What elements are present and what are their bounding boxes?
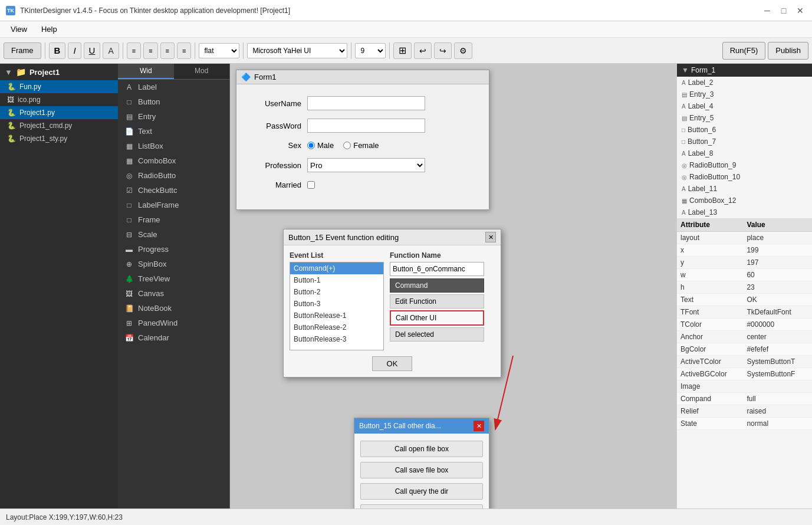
call-other-close-button[interactable]: ✕ — [474, 421, 484, 431]
file-item-project1-sty[interactable]: 🐍 Project1_sty.py — [0, 132, 118, 145]
profession-combo[interactable]: Pro — [307, 158, 425, 172]
tree-label2[interactable]: A Label_2 — [677, 77, 812, 88]
edit-function-btn[interactable]: Edit Function — [390, 294, 484, 309]
tree-label8[interactable]: A Label_8 — [677, 147, 812, 159]
canvas-area[interactable]: 🔷 Form1 UserName PassWord Sex — [230, 64, 676, 508]
widget-notebook[interactable]: 📔 NoteBook — [118, 301, 229, 316]
event-ok-button[interactable]: OK — [372, 356, 413, 371]
menu-help[interactable]: Help — [35, 24, 63, 35]
tree-button6[interactable]: □ Button_6 — [677, 124, 812, 136]
tab-wid[interactable]: Wid — [118, 64, 174, 79]
call-other-ui-btn[interactable]: Call Other UI — [390, 310, 484, 326]
undo-icon-button[interactable]: ↩ — [414, 42, 432, 59]
file-item-project1-cmd[interactable]: 🐍 Project1_cmd.py — [0, 119, 118, 132]
font-size-select[interactable]: 9 10 12 — [355, 43, 386, 58]
event-item-btnrelease1[interactable]: ButtonRelease-1 — [290, 310, 383, 321]
attr-text-value[interactable]: OK — [743, 294, 812, 306]
married-checkbox[interactable] — [307, 181, 315, 189]
event-dialog-close[interactable]: ✕ — [485, 232, 496, 242]
username-input[interactable] — [307, 96, 425, 110]
underline-button[interactable]: U — [84, 42, 101, 59]
widget-calendar[interactable]: 📅 Calendar — [118, 330, 229, 345]
event-item-button1[interactable]: Button-1 — [290, 274, 383, 286]
minimize-icon[interactable]: ─ — [761, 5, 773, 17]
widget-entry[interactable]: ▤ Entry — [118, 109, 229, 124]
widget-labelframe[interactable]: □ LabelFrame — [118, 198, 229, 212]
widget-button[interactable]: □ Button — [118, 94, 229, 109]
attr-tcolor-value[interactable]: #000000 — [743, 319, 812, 331]
attr-tfont-value[interactable]: TkDefaultFont — [743, 306, 812, 319]
del-selected-btn[interactable]: Del selected — [390, 327, 484, 342]
tree-label4[interactable]: A Label_4 — [677, 100, 812, 112]
event-item-btnrelease3[interactable]: ButtonRelease-3 — [290, 333, 383, 345]
widget-frame[interactable]: □ Frame — [118, 212, 229, 227]
relief-select[interactable]: flat raised sunken groove ridge — [199, 43, 239, 58]
grid-icon-button[interactable]: ⊞ — [393, 42, 412, 59]
tree-radio9[interactable]: ◎ RadioButton_9 — [677, 159, 812, 171]
tree-radio10[interactable]: ◎ RadioButton_10 — [677, 171, 812, 183]
widget-checkbutton[interactable]: ☑ CheckButtc — [118, 183, 229, 198]
widget-scale[interactable]: ⊟ Scale — [118, 227, 229, 242]
file-item-ico-png[interactable]: 🖼 ico.png — [0, 93, 118, 106]
form1-title-bar[interactable]: 🔷 Form1 — [236, 70, 489, 84]
attr-y-value[interactable]: 197 — [743, 257, 812, 269]
frame-button[interactable]: Frame — [4, 42, 41, 59]
widget-listbox[interactable]: ▦ ListBox — [118, 139, 229, 153]
redo-icon-button[interactable]: ↪ — [434, 42, 452, 59]
widget-label[interactable]: A Label — [118, 80, 229, 94]
attr-state-value[interactable]: normal — [743, 418, 812, 430]
publish-button[interactable]: Publish — [768, 42, 808, 60]
widget-canvas[interactable]: 🖼 Canvas — [118, 286, 229, 301]
align-justify-button[interactable]: ≡ — [177, 42, 191, 59]
call-query-dir-btn[interactable]: Call query the dir — [360, 483, 483, 500]
align-center-button[interactable]: ≡ — [143, 42, 157, 59]
event-list-box[interactable]: Command(+) Button-1 Button-2 Button-3 Bu… — [290, 262, 384, 350]
female-radio[interactable] — [343, 142, 351, 149]
tree-button7[interactable]: □ Button_7 — [677, 136, 812, 147]
attr-compand-value[interactable]: full — [743, 393, 812, 405]
func-name-input[interactable] — [390, 262, 484, 276]
event-item-button3[interactable]: Button-3 — [290, 298, 383, 310]
widget-combobox[interactable]: ▦ ComboBox — [118, 153, 229, 168]
event-item-command[interactable]: Command(+) — [290, 262, 383, 274]
restore-icon[interactable]: □ — [778, 5, 790, 17]
attr-activebgcolor-value[interactable]: SystemButtonF — [743, 368, 812, 380]
call-open-file-btn[interactable]: Call open file box — [360, 441, 483, 457]
align-left-button[interactable]: ≡ — [127, 42, 141, 59]
file-item-fun-py[interactable]: 🐍 Fun.py — [0, 80, 118, 93]
male-option[interactable]: Male — [307, 141, 334, 150]
run-button[interactable]: Run(F5) — [722, 42, 766, 60]
event-item-button2[interactable]: Button-2 — [290, 286, 383, 298]
tree-label13[interactable]: A Label_13 — [677, 206, 812, 218]
widget-progress[interactable]: ▬ Progress — [118, 242, 229, 257]
tree-entry3[interactable]: ▤ Entry_3 — [677, 88, 812, 100]
attr-relief-value[interactable]: raised — [743, 405, 812, 418]
widget-radiobutton[interactable]: ◎ RadioButto — [118, 168, 229, 183]
attr-bgcolor-value[interactable]: #efefef — [743, 343, 812, 356]
call-other-ui-file-btn[interactable]: Call other UI File — [360, 504, 483, 508]
tree-label11[interactable]: A Label_11 — [677, 183, 812, 195]
file-item-project1-py[interactable]: 🐍 Project1.py — [0, 106, 118, 119]
align-right-button[interactable]: ≡ — [160, 42, 175, 59]
attr-w-value[interactable]: 60 — [743, 269, 812, 281]
bold-button[interactable]: B — [49, 42, 66, 59]
menu-view[interactable]: View — [5, 24, 33, 35]
widget-panedwind[interactable]: ⊞ PanedWind — [118, 316, 229, 330]
close-icon[interactable]: ✕ — [794, 5, 806, 17]
italic-button[interactable]: I — [68, 42, 81, 59]
male-radio[interactable] — [307, 142, 315, 149]
tab-mod[interactable]: Mod — [174, 64, 230, 79]
window-controls[interactable]: ─ □ ✕ — [761, 5, 806, 17]
attr-h-value[interactable]: 23 — [743, 281, 812, 294]
widget-treeview[interactable]: 🌲 TreeView — [118, 271, 229, 286]
tree-combo12[interactable]: ▦ ComboBox_12 — [677, 195, 812, 206]
settings-icon-button[interactable]: ⚙ — [454, 42, 472, 59]
event-item-btnrelease2[interactable]: ButtonRelease-2 — [290, 321, 383, 333]
password-input[interactable] — [307, 119, 425, 133]
widget-spinbox[interactable]: ⊕ SpinBox — [118, 257, 229, 271]
widget-text[interactable]: 📄 Text — [118, 124, 229, 139]
call-save-file-btn[interactable]: Call save file box — [360, 462, 483, 478]
attr-activetcolor-value[interactable]: SystemButtonT — [743, 356, 812, 368]
attr-layout-value[interactable]: place — [743, 232, 812, 244]
attr-anchor-value[interactable]: center — [743, 331, 812, 343]
